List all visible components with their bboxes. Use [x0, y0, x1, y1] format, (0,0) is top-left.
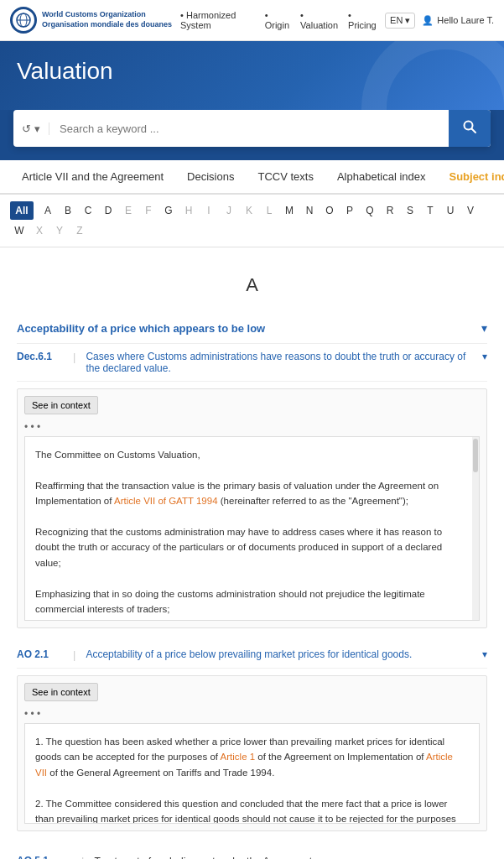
- decision-row-dec61: Dec.6.1 | Cases where Customs administra…: [17, 344, 487, 382]
- main-navigation: Article VII and the Agreement Decisions …: [0, 160, 504, 195]
- alphabetical-navigation: All A B C D E F G H I J K L M N O P Q R …: [0, 195, 504, 247]
- alpha-R[interactable]: R: [381, 201, 399, 220]
- simple-row-ao51: AO 5.1 | Treatment of cash discount unde…: [17, 845, 487, 859]
- ref-ao51: AO 5.1: [17, 855, 71, 859]
- alpha-P[interactable]: P: [340, 201, 359, 220]
- logo-icon: [10, 7, 37, 34]
- alpha-C[interactable]: C: [79, 201, 97, 220]
- alpha-H: H: [179, 201, 198, 220]
- alpha-G[interactable]: G: [159, 201, 178, 220]
- expand-dots-ao21: • • •: [24, 708, 480, 720]
- chevron-down-icon: ▾: [481, 321, 487, 335]
- page-title: Valuation: [17, 58, 487, 85]
- expand-text-dec61: The Committee on Customs Valuation, Reaf…: [24, 436, 480, 621]
- user-label: Hello Laure T.: [437, 15, 494, 25]
- desc-ao51: Treatment of cash discount under the Agr…: [94, 855, 473, 859]
- alpha-K: K: [240, 201, 258, 220]
- alpha-all-button[interactable]: All: [10, 201, 34, 220]
- current-letter-heading: A: [17, 274, 487, 296]
- decision-row-ao21: AO 2.1 | Acceptability of a price below …: [17, 642, 487, 669]
- user-menu[interactable]: 👤 Hello Laure T.: [422, 15, 494, 26]
- section-acceptability-low: Acceptability of a price which appears t…: [17, 313, 487, 831]
- expand-icon-ao21[interactable]: ▾: [482, 648, 487, 660]
- separator: |: [73, 351, 75, 363]
- alpha-Q[interactable]: Q: [361, 201, 379, 220]
- alpha-B[interactable]: B: [59, 201, 77, 220]
- search-bar: ↺ ▾: [13, 110, 491, 147]
- nav-item-subject[interactable]: Subject inde: [437, 160, 504, 195]
- nav-link-harmonized[interactable]: Harmonized System: [180, 10, 255, 30]
- alpha-J: J: [220, 201, 238, 220]
- decision-desc-dec61: Cases where Customs administrations have…: [86, 351, 472, 374]
- logo[interactable]: World Customs Organization Organisation …: [10, 7, 172, 34]
- alpha-U[interactable]: U: [441, 201, 460, 220]
- alpha-M[interactable]: M: [280, 201, 299, 220]
- separator: |: [73, 648, 75, 661]
- see-in-content-button-ao21[interactable]: See in context: [24, 683, 98, 701]
- sep: |: [81, 855, 84, 859]
- logo-text: World Customs Organization Organisation …: [42, 10, 172, 29]
- alpha-V[interactable]: V: [461, 201, 480, 220]
- alpha-N[interactable]: N: [300, 201, 319, 220]
- top-nav-right: EN ▾ 👤 Hello Laure T.: [385, 13, 494, 29]
- search-input[interactable]: [49, 114, 449, 143]
- decision-desc-ao21: Acceptability of a price below prevailin…: [86, 648, 472, 660]
- alpha-L: L: [260, 201, 278, 220]
- expand-dots-dec61: • • •: [24, 421, 480, 433]
- section-title-1: Acceptability of a price which appears t…: [17, 322, 265, 335]
- nav-link-origin[interactable]: Origin: [265, 10, 290, 30]
- top-nav-links: Harmonized System Origin Valuation Prici…: [180, 10, 377, 30]
- nav-item-tccv[interactable]: TCCV texts: [246, 160, 325, 195]
- alpha-D[interactable]: D: [99, 201, 117, 220]
- hero-section: Valuation: [0, 41, 504, 110]
- nav-item-article7[interactable]: Article VII and the Agreement: [10, 160, 175, 195]
- alpha-Z: Z: [70, 221, 89, 240]
- alpha-F: F: [139, 201, 158, 220]
- alpha-T[interactable]: T: [421, 201, 439, 220]
- decision-ref-dec61: Dec.6.1: [17, 351, 63, 362]
- arrow-icon-ao51[interactable]: ›: [483, 855, 487, 859]
- expand-content-ao21: See in context • • • 1. The question has…: [17, 675, 487, 831]
- alpha-Y: Y: [50, 221, 69, 240]
- search-icon: [462, 119, 477, 138]
- nav-item-alphabetical[interactable]: Alphabetical index: [325, 160, 438, 195]
- alpha-I: I: [200, 201, 218, 220]
- nav-link-pricing[interactable]: Pricing: [348, 10, 377, 30]
- user-icon: 👤: [422, 15, 434, 26]
- alpha-X: X: [30, 221, 49, 240]
- expand-text-ao21: 1. The question has been asked whether a…: [24, 723, 480, 824]
- section-header-1[interactable]: Acceptability of a price which appears t…: [17, 313, 487, 344]
- expand-content-dec61: See in context • • • The Committee on Cu…: [17, 388, 487, 628]
- nav-link-valuation[interactable]: Valuation: [300, 10, 338, 30]
- alpha-A[interactable]: A: [39, 201, 57, 220]
- decision-ref-ao21: AO 2.1: [17, 648, 63, 660]
- see-in-content-button-dec61[interactable]: See in context: [24, 396, 98, 414]
- alpha-W[interactable]: W: [10, 221, 29, 240]
- search-history-button[interactable]: ↺ ▾: [13, 122, 49, 135]
- main-content: A Acceptability of a price which appears…: [0, 247, 504, 859]
- alpha-E: E: [119, 201, 138, 220]
- language-selector[interactable]: EN ▾: [385, 13, 415, 29]
- chevron-down-icon: ▾: [405, 15, 410, 26]
- svg-line-4: [472, 128, 476, 133]
- dropdown-icon: ▾: [34, 122, 40, 135]
- nav-item-decisions[interactable]: Decisions: [175, 160, 246, 195]
- alpha-O[interactable]: O: [320, 201, 339, 220]
- lang-label: EN: [390, 15, 403, 25]
- history-icon: ↺: [22, 122, 31, 135]
- search-button[interactable]: [449, 110, 491, 147]
- search-container: ↺ ▾: [0, 110, 504, 160]
- alpha-S[interactable]: S: [401, 201, 419, 220]
- expand-icon-dec61[interactable]: ▾: [482, 351, 487, 362]
- top-navigation: World Customs Organization Organisation …: [0, 0, 504, 41]
